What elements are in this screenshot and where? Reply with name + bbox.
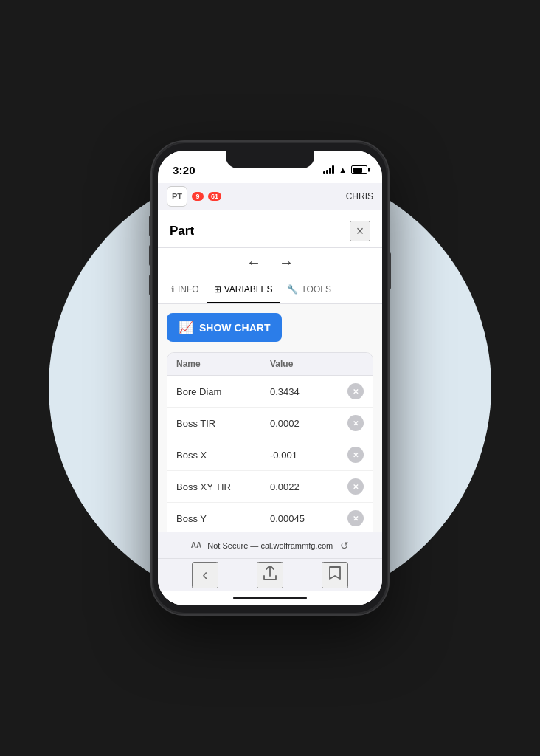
- col-header-value: Value: [270, 359, 364, 369]
- var-value-1: 0.0002: [270, 418, 343, 429]
- var-name-2: Boss X: [176, 450, 270, 461]
- table-row: Bore Diam 0.3434: [167, 376, 373, 408]
- bottom-nav: ‹: [158, 558, 382, 591]
- tab-variables[interactable]: ⊞ VARIABLES: [207, 277, 280, 303]
- bookmarks-icon: [328, 566, 342, 584]
- var-clear-button-3[interactable]: [347, 478, 364, 495]
- var-value-area-1: 0.0002: [270, 415, 364, 431]
- tab-tools-label: TOOLS: [301, 284, 330, 295]
- browser-share-button[interactable]: [257, 562, 283, 588]
- info-icon: ℹ: [171, 284, 175, 295]
- tab-info-label: INFO: [178, 284, 199, 295]
- var-clear-button-1[interactable]: [347, 415, 364, 431]
- app-logo[interactable]: PT: [167, 186, 187, 207]
- show-chart-label: SHOW CHART: [199, 322, 270, 334]
- var-value-area-0: 0.3434: [270, 383, 364, 399]
- tab-info[interactable]: ℹ INFO: [164, 277, 207, 303]
- table-header: Name Value: [167, 353, 373, 376]
- volume-mute-button: [149, 216, 152, 236]
- tools-icon: 🔧: [287, 284, 298, 295]
- var-name-3: Boss XY TIR: [176, 481, 270, 492]
- modal-card: Part × ← → ℹ INFO ⊞ VARIABLES: [158, 210, 382, 605]
- tab-tools[interactable]: 🔧 TOOLS: [280, 277, 338, 303]
- app-header: PT 9 61 CHRIS: [158, 183, 382, 210]
- nav-forward-button[interactable]: →: [279, 254, 294, 271]
- table-row: Boss TIR 0.0002: [167, 408, 373, 439]
- browser-reload-button[interactable]: ↺: [340, 540, 349, 551]
- power-button: [388, 252, 391, 289]
- nav-back-button[interactable]: ←: [246, 254, 261, 271]
- table-row: Boss Y 0.00045: [167, 503, 373, 532]
- home-bar: [233, 597, 307, 599]
- variables-icon: ⊞: [214, 284, 221, 295]
- volume-up-button: [149, 245, 152, 266]
- table-row: Boss XY TIR 0.0022: [167, 471, 373, 503]
- variables-table: Name Value Bore Diam 0.3434 Boss TIR: [167, 352, 373, 532]
- var-name-0: Bore Diam: [176, 386, 270, 397]
- share-icon: [263, 566, 277, 584]
- browser-aa[interactable]: AA: [191, 541, 201, 549]
- modal-header: Part ×: [158, 210, 382, 248]
- show-chart-button[interactable]: 📈 SHOW CHART: [167, 313, 282, 342]
- volume-down-button: [149, 275, 152, 295]
- browser-back-icon: ‹: [202, 566, 207, 585]
- browser-bar: AA Not Secure — cal.wolframmfg.com ↺: [158, 532, 382, 558]
- col-header-name: Name: [176, 359, 270, 369]
- battery-icon: [351, 165, 367, 174]
- var-clear-button-4[interactable]: [347, 510, 364, 526]
- badge-61: 61: [208, 192, 221, 201]
- home-indicator: [158, 591, 382, 605]
- signal-icon: [323, 165, 334, 174]
- modal-overlay: Part × ← → ℹ INFO ⊞ VARIABLES: [158, 210, 382, 605]
- var-value-2: -0.001: [270, 450, 343, 461]
- tabs-row: ℹ INFO ⊞ VARIABLES 🔧 TOOLS: [158, 277, 382, 304]
- user-name: CHRIS: [346, 191, 373, 202]
- status-time: 3:20: [173, 164, 195, 176]
- var-name-1: Boss TIR: [176, 418, 270, 429]
- tab-variables-label: VARIABLES: [224, 284, 273, 295]
- modal-nav: ← →: [158, 248, 382, 277]
- browser-back-button[interactable]: ‹: [192, 562, 218, 588]
- phone-screen: 3:20 ▲ PT 9 61 CHRIS: [158, 151, 382, 605]
- var-value-0: 0.3434: [270, 386, 343, 397]
- modal-close-button[interactable]: ×: [350, 221, 370, 241]
- browser-url: Not Secure — cal.wolframmfg.com: [207, 541, 333, 550]
- phone-notch: [226, 151, 314, 168]
- var-value-3: 0.0022: [270, 481, 343, 492]
- var-value-area-4: 0.00045: [270, 510, 364, 526]
- var-value-4: 0.00045: [270, 513, 343, 524]
- var-name-4: Boss Y: [176, 513, 270, 524]
- browser-bookmarks-button[interactable]: [322, 562, 348, 588]
- var-value-area-3: 0.0022: [270, 478, 364, 495]
- badge-9: 9: [192, 192, 204, 201]
- var-clear-button-2[interactable]: [347, 447, 364, 463]
- wifi-icon: ▲: [338, 165, 347, 176]
- modal-title: Part: [170, 224, 194, 238]
- phone-device: 3:20 ▲ PT 9 61 CHRIS: [152, 142, 388, 614]
- status-icons: ▲: [323, 165, 367, 176]
- modal-content: 📈 SHOW CHART Name Value Bore Diam 0.3434: [158, 304, 382, 532]
- var-value-area-2: -0.001: [270, 447, 364, 463]
- var-clear-button-0[interactable]: [347, 383, 364, 399]
- chart-icon: 📈: [179, 320, 193, 334]
- table-row: Boss X -0.001: [167, 439, 373, 471]
